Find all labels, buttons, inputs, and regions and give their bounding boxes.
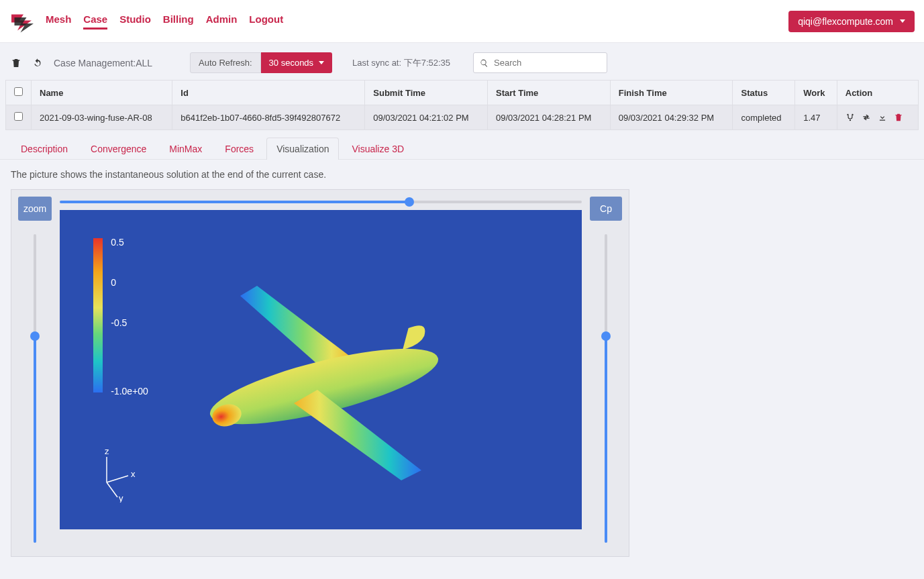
user-menu[interactable]: qiqi@flexcompute.com <box>788 11 915 32</box>
auto-refresh-select[interactable]: 30 seconds <box>261 52 333 73</box>
svg-line-2 <box>107 482 117 497</box>
cell-submit: 09/03/2021 04:21:02 PM <box>365 105 488 130</box>
viz-center: 0.5 0 -0.5 -1.0e+00 z x y <box>60 197 582 549</box>
select-all-checkbox[interactable] <box>14 87 23 96</box>
tab-description[interactable]: Description <box>11 138 78 160</box>
tab-minmax[interactable]: MinMax <box>159 138 212 160</box>
search-icon <box>480 58 489 67</box>
cell-name: 2021-09-03-wing-fuse-AR-08 <box>32 105 172 130</box>
col-finish: Finish Time <box>610 81 733 105</box>
svg-text:y: y <box>119 493 123 503</box>
user-email: qiqi@flexcompute.com <box>798 16 893 27</box>
cell-finish: 09/03/2021 04:29:32 PM <box>610 105 733 130</box>
colorbar-min: -1.0e+00 <box>111 386 148 397</box>
cell-actions <box>837 105 918 130</box>
axis-triad-icon: z x y <box>93 449 140 503</box>
nav-link-admin[interactable]: Admin <box>206 13 238 30</box>
horizontal-slider[interactable] <box>60 201 582 203</box>
nav-links: MeshCaseStudioBillingAdminLogout <box>46 13 283 30</box>
colorbar-labels: 0.5 0 -0.5 <box>111 237 127 328</box>
logo-icon <box>9 9 34 34</box>
nav-link-studio[interactable]: Studio <box>119 13 151 30</box>
refresh-icon[interactable] <box>32 58 43 68</box>
fork-icon[interactable] <box>845 113 855 122</box>
col-id: Id <box>172 81 365 105</box>
col-action: Action <box>837 81 918 105</box>
table-header-row: Name Id Submit Time Start Time Finish Ti… <box>6 81 919 105</box>
zoom-column: zoom <box>18 197 52 549</box>
nav-link-mesh[interactable]: Mesh <box>46 13 71 30</box>
trash-icon[interactable] <box>11 58 21 68</box>
zoom-slider[interactable] <box>34 234 36 543</box>
tab-convergence[interactable]: Convergence <box>81 138 156 160</box>
cp-button[interactable]: Cp <box>590 197 622 221</box>
cell-id: b641f2eb-1b07-4660-8fd5-39f492807672 <box>172 105 365 130</box>
page-title: Case Management:ALL <box>54 58 152 68</box>
auto-refresh-label: Auto Refresh: <box>190 52 261 73</box>
tab-visualize-3d[interactable]: Visualize 3D <box>342 138 414 160</box>
aircraft-render <box>160 256 482 497</box>
cell-work: 1.47 <box>795 105 837 130</box>
svg-line-1 <box>107 476 128 482</box>
retry-icon[interactable] <box>862 113 871 122</box>
cell-status: completed <box>733 105 795 130</box>
svg-text:z: z <box>105 449 109 456</box>
case-table-wrap: Name Id Submit Time Start Time Finish Ti… <box>0 80 924 130</box>
tab-forces[interactable]: Forces <box>215 138 264 160</box>
toolbar: Case Management:ALL Auto Refresh: 30 sec… <box>0 43 924 80</box>
viz-caption: The picture shows the instantaneous solu… <box>0 160 924 189</box>
visualization-panel: zoom 0.5 0 -0.5 -1.0e+00 z <box>11 189 629 557</box>
cp-slider[interactable] <box>605 234 607 543</box>
colorbar <box>93 238 103 392</box>
top-nav: MeshCaseStudioBillingAdminLogout qiqi@fl… <box>0 0 924 43</box>
tab-visualization[interactable]: Visualization <box>266 138 339 160</box>
auto-refresh-group: Auto Refresh: 30 seconds <box>190 52 332 73</box>
nav-link-logout[interactable]: Logout <box>249 13 283 30</box>
nav-link-billing[interactable]: Billing <box>163 13 194 30</box>
col-status: Status <box>733 81 795 105</box>
col-name: Name <box>32 81 172 105</box>
col-submit: Submit Time <box>365 81 488 105</box>
svg-text:x: x <box>131 469 136 479</box>
table-row: 2021-09-03-wing-fuse-AR-08b641f2eb-1b07-… <box>6 105 919 130</box>
viz-canvas[interactable]: 0.5 0 -0.5 -1.0e+00 z x y <box>60 210 582 529</box>
delete-icon[interactable] <box>894 113 903 122</box>
zoom-button[interactable]: zoom <box>18 197 52 221</box>
nav-link-case[interactable]: Case <box>83 13 107 30</box>
detail-tabs: DescriptionConvergenceMinMaxForcesVisual… <box>0 130 924 160</box>
case-table: Name Id Submit Time Start Time Finish Ti… <box>5 80 919 130</box>
search-wrap <box>473 52 607 73</box>
col-work: Work <box>795 81 837 105</box>
cp-column: Cp <box>590 197 622 549</box>
last-sync: Last sync at: 下午7:52:35 <box>352 57 450 69</box>
search-input[interactable] <box>473 52 607 73</box>
col-start: Start Time <box>488 81 611 105</box>
download-icon[interactable] <box>878 113 887 122</box>
cell-start: 09/03/2021 04:28:21 PM <box>488 105 611 130</box>
row-checkbox[interactable] <box>14 112 23 121</box>
